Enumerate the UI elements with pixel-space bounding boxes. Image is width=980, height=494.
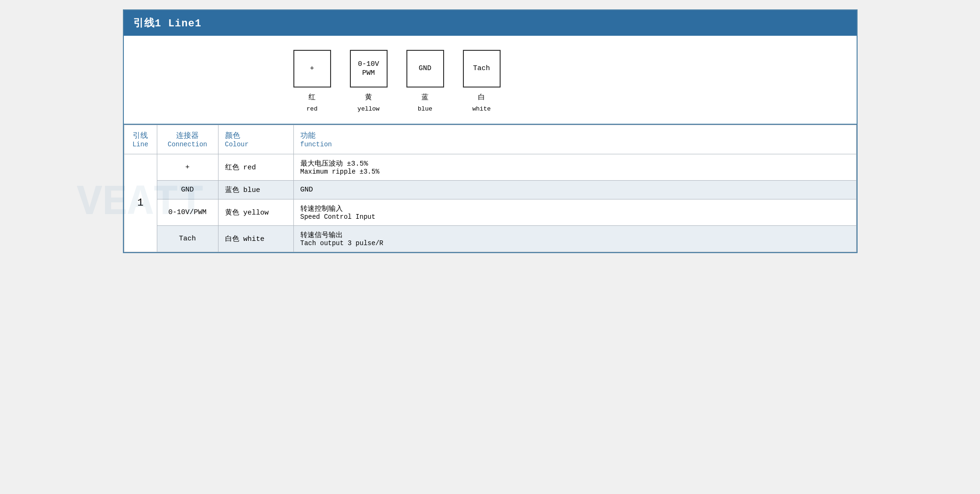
connector-box: GND — [406, 50, 444, 88]
table-row: 0-10V/PWM黄色 yellow转速控制输入Speed Control In… — [124, 199, 856, 225]
connection-cell: 0-10V/PWM — [157, 199, 218, 225]
colour-cell: 黄色 yellow — [218, 199, 293, 225]
connection-cell: Tach — [157, 225, 218, 252]
title-bar: 引线1 Line1 — [124, 10, 857, 36]
function-en: Tach output 3 pulse/R — [300, 239, 850, 247]
colour-cell: 蓝色 blue — [218, 180, 293, 199]
connection-cell: + — [157, 154, 218, 180]
line-number-cell: VEATT1 — [124, 154, 157, 252]
connector-item: +红red — [293, 50, 331, 114]
diagram-section: +红red0-10V PWM黄yellowGND蓝blueTach白white — [124, 36, 857, 125]
connector-item: GND蓝blue — [406, 50, 444, 114]
connector-label: 红red — [307, 92, 317, 114]
table-row: Tach白色 white转速信号输出Tach output 3 pulse/R — [124, 225, 856, 252]
function-cell: 最大电压波动 ±3.5%Maximum ripple ±3.5% — [293, 154, 856, 180]
main-table: 引线 Line 连接器 Connection 颜色 Colour 功能 func… — [124, 125, 857, 252]
connector-box: + — [293, 50, 331, 88]
connector-box: 0-10V PWM — [350, 50, 388, 88]
table-header-row: 引线 Line 连接器 Connection 颜色 Colour 功能 func… — [124, 125, 856, 154]
function-cell: GND — [293, 180, 856, 199]
header-colour: 颜色 Colour — [218, 125, 293, 154]
function-en: Maximum ripple ±3.5% — [300, 168, 850, 175]
connector-item: 0-10V PWM黄yellow — [350, 50, 388, 114]
colour-cell: 白色 white — [218, 225, 293, 252]
page-title: 引线1 Line1 — [133, 18, 202, 30]
function-en: Speed Control Input — [300, 213, 850, 221]
connector-label: 白white — [472, 92, 491, 114]
connector-item: Tach白white — [463, 50, 501, 114]
function-zh: 最大电压波动 ±3.5% — [300, 159, 850, 168]
table-row: GND蓝色 blueGND — [124, 180, 856, 199]
function-zh: GND — [300, 186, 850, 194]
main-container: 引线1 Line1 +红red0-10V PWM黄yellowGND蓝blueT… — [123, 9, 858, 253]
header-function: 功能 function — [293, 125, 856, 154]
function-zh: 转速信号输出 — [300, 231, 850, 239]
connector-box: Tach — [463, 50, 501, 88]
connector-label: 蓝blue — [418, 92, 432, 114]
line-number: 1 — [137, 197, 143, 209]
table-row: VEATT1+红色 red最大电压波动 ±3.5%Maximum ripple … — [124, 154, 856, 180]
diagram-inner: +红red0-10V PWM黄yellowGND蓝blueTach白white — [293, 50, 501, 114]
connector-label: 黄yellow — [357, 92, 380, 114]
function-zh: 转速控制输入 — [300, 204, 850, 213]
header-line: 引线 Line — [124, 125, 157, 154]
function-cell: 转速控制输入Speed Control Input — [293, 199, 856, 225]
colour-cell: 红色 red — [218, 154, 293, 180]
header-connection: 连接器 Connection — [157, 125, 218, 154]
connection-cell: GND — [157, 180, 218, 199]
function-cell: 转速信号输出Tach output 3 pulse/R — [293, 225, 856, 252]
